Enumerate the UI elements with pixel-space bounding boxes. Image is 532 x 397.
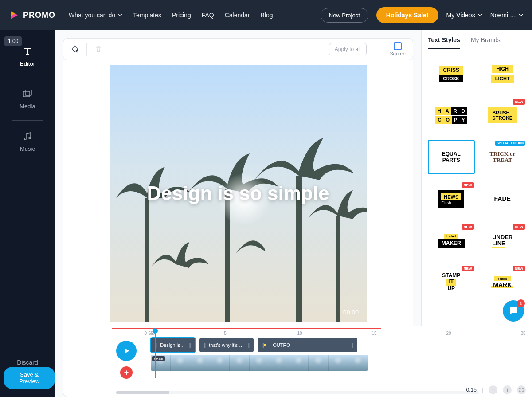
new-project-button[interactable]: New Project xyxy=(321,8,368,23)
playhead[interactable] xyxy=(153,328,158,378)
video-canvas[interactable]: Design is so simple 00:00 xyxy=(110,65,367,322)
sidebar-item-music[interactable]: Music xyxy=(10,123,45,160)
divider xyxy=(12,120,43,121)
fill-icon[interactable] xyxy=(70,45,79,54)
text-track: ||Design is …|| ||that's why it's s…|| |… xyxy=(151,338,532,352)
add-clip-button[interactable]: + xyxy=(120,366,133,379)
video-track-row: FREE xyxy=(151,355,532,371)
video-clip[interactable]: FREE xyxy=(151,355,368,371)
svg-rect-0 xyxy=(23,91,30,97)
my-videos-link[interactable]: My Videos xyxy=(446,12,482,19)
chevron-down-icon xyxy=(519,13,523,17)
square-icon xyxy=(394,42,402,50)
play-icon xyxy=(122,347,130,355)
play-button[interactable] xyxy=(116,341,137,361)
expand-icon xyxy=(519,387,524,393)
trash-icon[interactable] xyxy=(94,45,103,54)
nav-faq[interactable]: FAQ xyxy=(202,12,214,19)
divider xyxy=(374,43,374,56)
holidays-sale-button[interactable]: Holidays Sale! xyxy=(376,7,438,23)
canvas-overlay-text[interactable]: Design is so simple xyxy=(147,182,329,204)
divider xyxy=(12,163,43,163)
timeline-scrollbar[interactable] xyxy=(116,391,479,394)
chevron-down-icon xyxy=(118,13,122,17)
text-style-fade[interactable]: FADE xyxy=(479,181,526,216)
nav-what-you-can-do[interactable]: What you can do xyxy=(69,12,122,19)
header-actions: New Project Holidays Sale! My Videos Noe… xyxy=(321,7,523,23)
apply-to-all-button[interactable]: Apply to all xyxy=(329,43,367,55)
svg-rect-5 xyxy=(336,216,340,322)
text-style-equalparts[interactable]: EQUALPARTS xyxy=(428,140,475,174)
nav-calendar[interactable]: Calendar xyxy=(225,12,250,19)
aspect-ratio-button[interactable]: Square xyxy=(390,42,406,56)
sidebar: 1.00 Editor Media Music Discard Save & P… xyxy=(0,30,55,397)
text-style-crisscross[interactable]: CRISSCROSS xyxy=(428,56,475,91)
chat-icon xyxy=(508,306,519,316)
chat-bubble[interactable]: 1 xyxy=(503,300,524,322)
svg-rect-1 xyxy=(25,90,31,95)
text-style-brushstroke[interactable]: NEW BRUSHSTROKE xyxy=(479,98,526,133)
text-style-trickortreat[interactable]: SPECIAL EDITION TRICK orTREAT xyxy=(479,140,526,174)
discard-button[interactable]: Discard xyxy=(17,359,38,366)
text-clip-2[interactable]: ||that's why it's s…|| xyxy=(200,338,254,352)
divider xyxy=(86,43,87,56)
nav-blog[interactable]: Blog xyxy=(261,12,273,19)
tab-text-styles[interactable]: Text Styles xyxy=(428,36,460,49)
text-style-trademark[interactable]: NEW TradeMARK xyxy=(479,265,526,299)
text-style-highlight[interactable]: HIGHLIGHT xyxy=(479,56,526,91)
text-style-stampitup[interactable]: NEW STAMPITUP xyxy=(428,265,475,299)
chat-badge: 1 xyxy=(517,299,525,307)
outro-clip[interactable]: ||OUTRO|| xyxy=(258,338,357,352)
logo-text: PROMO xyxy=(23,11,55,20)
canvas-time: 00:00 xyxy=(343,309,359,316)
music-icon xyxy=(22,131,33,142)
svg-rect-2 xyxy=(145,198,149,322)
divider xyxy=(12,78,43,78)
text-icon xyxy=(22,46,33,57)
main-nav: What you can do Templates Pricing FAQ Ca… xyxy=(69,12,321,19)
sidebar-item-media[interactable]: Media xyxy=(10,81,45,118)
play-logo-icon xyxy=(9,10,20,20)
timeline-status: 0:15 | − + xyxy=(466,385,526,394)
zoom-in-button[interactable]: + xyxy=(503,385,512,394)
timeline: 0 SEC 5 10 15 20 25 + ||Design is …|| xyxy=(110,326,532,397)
user-menu[interactable]: Noemi … xyxy=(490,12,523,19)
nav-pricing[interactable]: Pricing xyxy=(172,12,191,19)
text-style-underline[interactable]: NEW UNDERLINE xyxy=(479,223,526,258)
timeline-ruler[interactable]: 0 SEC 5 10 15 20 25 xyxy=(151,331,532,338)
header: PROMO What you can do Templates Pricing … xyxy=(0,0,532,30)
text-style-newsflash[interactable]: NEW NEWSFlash xyxy=(428,181,475,216)
logo[interactable]: PROMO xyxy=(9,10,55,20)
text-styles-grid: CRISSCROSS HIGHLIGHT HARD COPY NEW BRUSH… xyxy=(428,56,526,299)
media-icon xyxy=(22,89,33,99)
version-badge: 1.00 xyxy=(4,36,22,46)
zoom-out-button[interactable]: − xyxy=(489,385,497,394)
right-tabs: Text Styles My Brands xyxy=(428,36,526,49)
text-style-hardcopy[interactable]: HARD COPY xyxy=(428,98,475,133)
text-style-labelmaker[interactable]: NEW LabelMAKER xyxy=(428,223,475,258)
toolbar: Apply to all Square xyxy=(63,38,413,60)
tab-my-brands[interactable]: My Brands xyxy=(471,36,501,49)
nav-templates[interactable]: Templates xyxy=(133,12,161,19)
duration-label: 0:15 xyxy=(466,387,477,393)
save-preview-button[interactable]: Save & Preview xyxy=(4,367,55,389)
fit-button[interactable] xyxy=(517,385,526,394)
chevron-down-icon xyxy=(478,13,482,17)
